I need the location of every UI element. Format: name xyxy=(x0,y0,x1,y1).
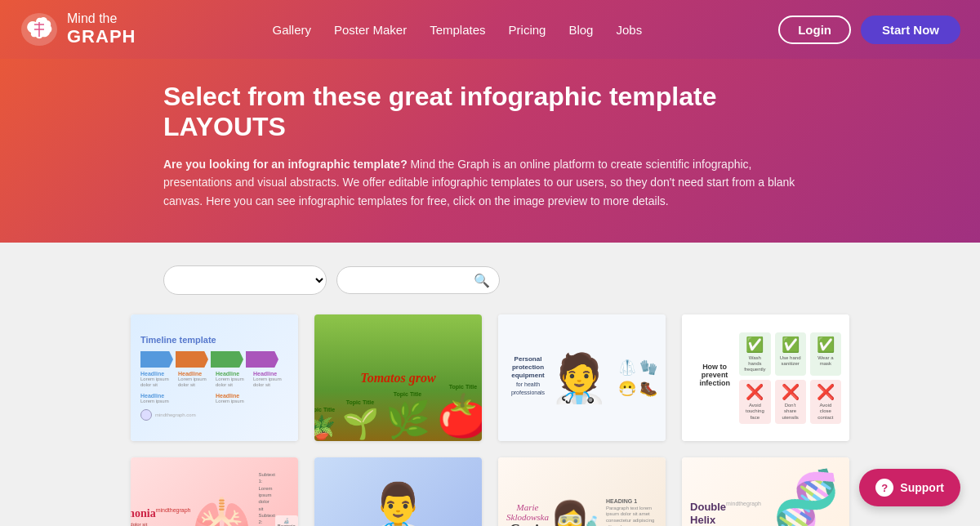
hero-body: Are you looking for an infographic templ… xyxy=(163,155,800,210)
search-wrapper: 🔍 xyxy=(336,266,500,294)
logo-text: Mind the GRAPH xyxy=(67,11,136,48)
template-thumb-pneumonia: Pneumonia Lorem ipsum dolor sit amet min… xyxy=(131,457,298,526)
login-button[interactable]: Login xyxy=(778,16,851,44)
template-card-dna[interactable]: DoubleHelix Lorem ipsumdolor sit amet mi… xyxy=(682,457,849,526)
nav-pricing[interactable]: Pricing xyxy=(509,23,546,37)
templates-section: Timeline template HeadlineLorem ipsum do… xyxy=(0,314,980,526)
nav-blog[interactable]: Blog xyxy=(568,23,593,37)
template-thumb-infection: How to prevent infection ✅ Wash hands fr… xyxy=(682,314,849,441)
start-now-button[interactable]: Start Now xyxy=(861,16,960,44)
logo[interactable]: Mind the GRAPH xyxy=(20,10,136,49)
logo-icon xyxy=(20,10,59,49)
template-card-infection[interactable]: How to prevent infection ✅ Wash hands fr… xyxy=(682,314,849,441)
template-thumb-timeline: Timeline template HeadlineLorem ipsum do… xyxy=(131,314,298,441)
support-button[interactable]: ? Support xyxy=(859,469,960,506)
template-thumb-doctor: 👨‍⚕️ Li Wenliang, MD OphthalmologistLore… xyxy=(314,457,482,526)
template-card-timeline[interactable]: Timeline template HeadlineLorem ipsum do… xyxy=(131,314,298,441)
category-select[interactable]: Science Medicine Biology xyxy=(163,265,327,295)
support-label: Support xyxy=(900,481,944,494)
template-card-tomatos[interactable]: Tomatos grow Topic Title 🪴 Topic Title 🌱… xyxy=(314,314,482,441)
nav-templates[interactable]: Templates xyxy=(430,23,485,37)
navbar: Mind the GRAPH Gallery Poster Maker Temp… xyxy=(0,0,980,59)
template-thumb-curie: Marie Sklodowska Curie 👩‍🔬 HEADING 1 Par… xyxy=(498,457,666,526)
hero-bold: Are you looking for an infographic templ… xyxy=(163,158,408,171)
nav-links: Gallery Poster Maker Templates Pricing B… xyxy=(272,23,642,37)
template-card-curie[interactable]: Marie Sklodowska Curie 👩‍🔬 HEADING 1 Par… xyxy=(498,457,666,526)
search-button[interactable]: 🔍 xyxy=(474,273,490,288)
search-section: Science Medicine Biology 🔍 xyxy=(0,243,980,314)
templates-grid: Timeline template HeadlineLorem ipsum do… xyxy=(131,314,849,526)
nav-actions: Login Start Now xyxy=(778,16,960,44)
template-card-doctor[interactable]: 👨‍⚕️ Li Wenliang, MD OphthalmologistLore… xyxy=(314,457,482,526)
template-thumb-dna: DoubleHelix Lorem ipsumdolor sit amet mi… xyxy=(682,457,849,526)
nav-gallery[interactable]: Gallery xyxy=(272,23,311,37)
template-thumb-tomatos: Tomatos grow Topic Title 🪴 Topic Title 🌱… xyxy=(314,314,482,441)
template-thumb-ppe: Personal protection equipmentfor health … xyxy=(498,314,666,441)
nav-poster-maker[interactable]: Poster Maker xyxy=(334,23,407,37)
support-icon: ? xyxy=(875,479,893,497)
template-card-pneumonia[interactable]: Pneumonia Lorem ipsum dolor sit amet min… xyxy=(131,457,298,526)
hero-heading: Select from these great infographic temp… xyxy=(163,82,817,142)
template-card-ppe[interactable]: Personal protection equipmentfor health … xyxy=(498,314,666,441)
nav-jobs[interactable]: Jobs xyxy=(616,23,642,37)
hero-section: Select from these great infographic temp… xyxy=(0,59,980,243)
